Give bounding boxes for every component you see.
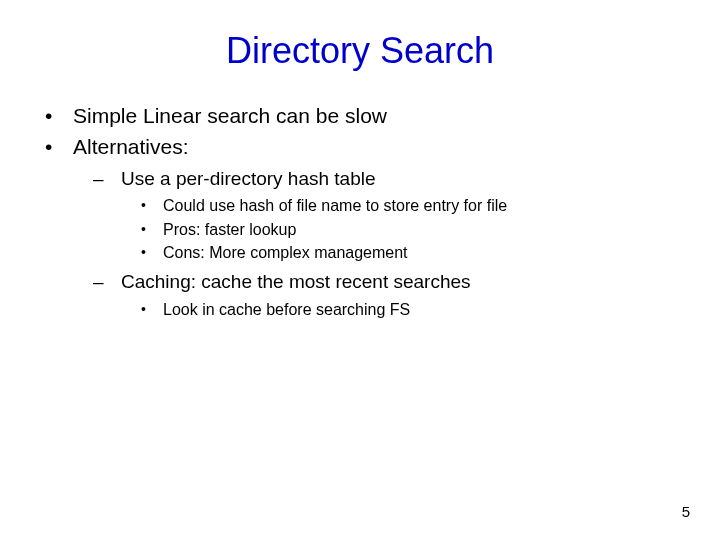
bullet-level3: Cons: More complex management xyxy=(141,242,690,264)
bullet-text: Could use hash of file name to store ent… xyxy=(163,197,507,214)
bullet-text: Cons: More complex management xyxy=(163,244,408,261)
bullet-text: Simple Linear search can be slow xyxy=(73,104,387,127)
bullet-level1: Alternatives: Use a per-directory hash t… xyxy=(45,133,690,320)
bullet-sublist: Could use hash of file name to store ent… xyxy=(141,195,690,264)
bullet-list: Simple Linear search can be slow Alterna… xyxy=(45,102,690,320)
slide: Directory Search Simple Linear search ca… xyxy=(0,0,720,540)
bullet-level2: Use a per-directory hash table Could use… xyxy=(93,167,690,264)
bullet-text: Look in cache before searching FS xyxy=(163,301,410,318)
bullet-text: Alternatives: xyxy=(73,135,189,158)
bullet-sublist: Look in cache before searching FS xyxy=(141,299,690,321)
bullet-text: Caching: cache the most recent searches xyxy=(121,271,471,292)
bullet-level3: Look in cache before searching FS xyxy=(141,299,690,321)
bullet-text: Use a per-directory hash table xyxy=(121,168,376,189)
bullet-level3: Pros: faster lookup xyxy=(141,219,690,241)
bullet-sublist: Use a per-directory hash table Could use… xyxy=(93,167,690,321)
page-number: 5 xyxy=(682,503,690,520)
bullet-level3: Could use hash of file name to store ent… xyxy=(141,195,690,217)
slide-title: Directory Search xyxy=(30,30,690,72)
bullet-text: Pros: faster lookup xyxy=(163,221,296,238)
bullet-level2: Caching: cache the most recent searches … xyxy=(93,270,690,320)
bullet-level1: Simple Linear search can be slow xyxy=(45,102,690,129)
